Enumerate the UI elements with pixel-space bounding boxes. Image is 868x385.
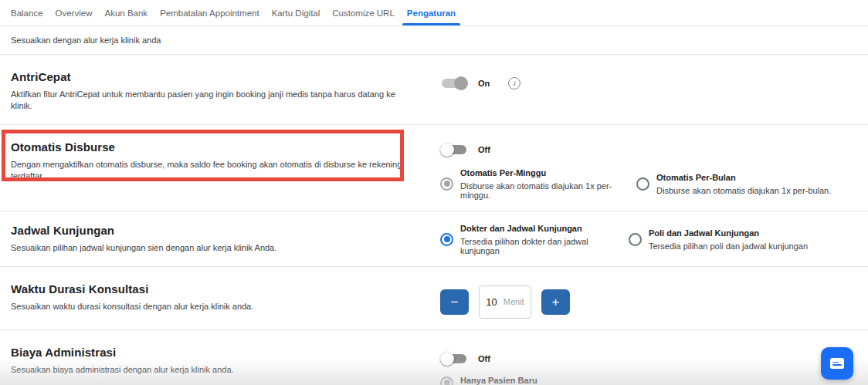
option-label: Dokter dan Jadwal Kunjungan xyxy=(460,224,616,233)
radio-poli-dan-jadwal[interactable] xyxy=(629,233,642,246)
antricepat-toggle-label: On xyxy=(478,79,490,88)
biaya-administrasi-description: Sesuaikan biaya administrasi dengan alur… xyxy=(11,364,413,376)
option-description: Disburse akan otomatis diajukan 1x per-m… xyxy=(460,181,624,200)
antricepat-title: AntriCepat xyxy=(11,70,413,83)
option-description: Tersedia pilihan dokter dan jadwal kunju… xyxy=(460,237,616,255)
tab-pembatalan-appointment[interactable]: Pembatalan Appointment xyxy=(154,0,266,25)
option-description: Disburse akan otomatis diajukan 1x per-b… xyxy=(656,186,831,195)
biaya-administrasi-title: Biaya Administrasi xyxy=(11,346,413,359)
tab-balance[interactable]: Balance xyxy=(5,0,49,25)
otomatis-disburse-toggle[interactable] xyxy=(440,142,468,157)
section-otomatis-disburse: Otomatis Disburse Dengan mengaktifkan ot… xyxy=(0,125,868,211)
option-label: Otomatis Per-Bulan xyxy=(656,173,831,182)
option-otomatis-per-minggu[interactable]: Otomatis Per-Minggu Disburse akan otomat… xyxy=(440,168,624,200)
biaya-administrasi-toggle[interactable] xyxy=(440,351,468,366)
otomatis-disburse-description: Dengan mengaktifkan otomatis disburse, m… xyxy=(11,159,413,182)
duration-value-field[interactable]: 10 Menit xyxy=(479,285,531,319)
radio-otomatis-per-bulan[interactable] xyxy=(636,177,649,191)
toggle-knob xyxy=(440,143,454,157)
option-poli-dan-jadwal[interactable]: Poli dan Jadwal Kunjungan Tersedia pilih… xyxy=(629,224,808,255)
option-label: Otomatis Per-Minggu xyxy=(460,168,624,177)
chat-button[interactable] xyxy=(821,347,853,380)
biaya-administrasi-toggle-label: Off xyxy=(478,354,490,363)
info-icon[interactable] xyxy=(508,77,520,89)
option-hanya-pasien-baru[interactable]: Hanya Pasien Baru Biaya administrasi yan… xyxy=(440,376,868,385)
duration-decrement-button[interactable]: − xyxy=(440,289,469,315)
jadwal-kunjungan-description: Sesuaikan pilihan jadwal kunjungan sien … xyxy=(11,242,413,254)
waktu-durasi-description: Sesuaikan waktu durasi konsultasi dengan… xyxy=(11,301,413,312)
duration-unit: Menit xyxy=(504,297,524,306)
disburse-frequency-options: Otomatis Per-Minggu Disburse akan otomat… xyxy=(440,168,868,200)
tab-kartu-digital[interactable]: Kartu Digital xyxy=(266,0,327,25)
antricepat-toggle[interactable] xyxy=(440,76,468,91)
otomatis-disburse-toggle-label: Off xyxy=(478,145,490,154)
chat-icon xyxy=(830,358,844,369)
jadwal-kunjungan-title: Jadwal Kunjungan xyxy=(11,224,413,237)
option-label: Hanya Pasien Baru xyxy=(460,376,682,385)
option-dokter-dan-jadwal[interactable]: Dokter dan Jadwal Kunjungan Tersedia pil… xyxy=(440,224,616,255)
option-otomatis-per-bulan[interactable]: Otomatis Per-Bulan Disburse akan otomati… xyxy=(636,168,831,200)
radio-dokter-dan-jadwal[interactable] xyxy=(440,233,453,246)
antricepat-description: Aktifkan fitur AntriCepat untuk membantu… xyxy=(11,89,413,112)
radio-otomatis-per-minggu[interactable] xyxy=(440,177,453,191)
section-antricepat: AntriCepat Aktifkan fitur AntriCepat unt… xyxy=(0,55,868,125)
toggle-knob xyxy=(440,352,454,366)
jadwal-options: Dokter dan Jadwal Kunjungan Tersedia pil… xyxy=(440,224,868,255)
section-biaya-administrasi: Biaya Administrasi Sesuaikan biaya admin… xyxy=(0,330,868,385)
duration-value: 10 xyxy=(486,296,497,308)
option-description: Tersedia pilihan poli dan jadwal kunjung… xyxy=(649,241,808,251)
tab-pengaturan[interactable]: Pengaturan xyxy=(401,0,462,25)
biaya-options: Hanya Pasien Baru Biaya administrasi yan… xyxy=(440,376,868,385)
toggle-knob xyxy=(454,76,468,90)
section-jadwal-kunjungan: Jadwal Kunjungan Sesuaikan pilihan jadwa… xyxy=(0,211,868,267)
waktu-durasi-title: Waktu Durasi Konsultasi xyxy=(11,282,413,296)
otomatis-disburse-title: Otomatis Disburse xyxy=(11,140,413,154)
tab-bar: Balance Overview Akun Bank Pembatalan Ap… xyxy=(0,0,868,26)
radio-hanya-pasien-baru[interactable] xyxy=(440,377,453,385)
tab-overview[interactable]: Overview xyxy=(49,0,99,25)
settings-list: AntriCepat Aktifkan fitur AntriCepat unt… xyxy=(0,55,868,385)
section-waktu-durasi: Waktu Durasi Konsultasi Sesuaikan waktu … xyxy=(0,267,868,330)
tab-customize-url[interactable]: Customize URL xyxy=(326,0,401,25)
duration-increment-button[interactable]: + xyxy=(541,289,570,315)
option-label: Poli dan Jadwal Kunjungan xyxy=(649,228,808,238)
duration-stepper: − 10 Menit + xyxy=(440,285,868,319)
page-subtitle: Sesuaikan dengan alur kerja klinik anda xyxy=(0,26,868,55)
tab-akun-bank[interactable]: Akun Bank xyxy=(99,0,154,25)
